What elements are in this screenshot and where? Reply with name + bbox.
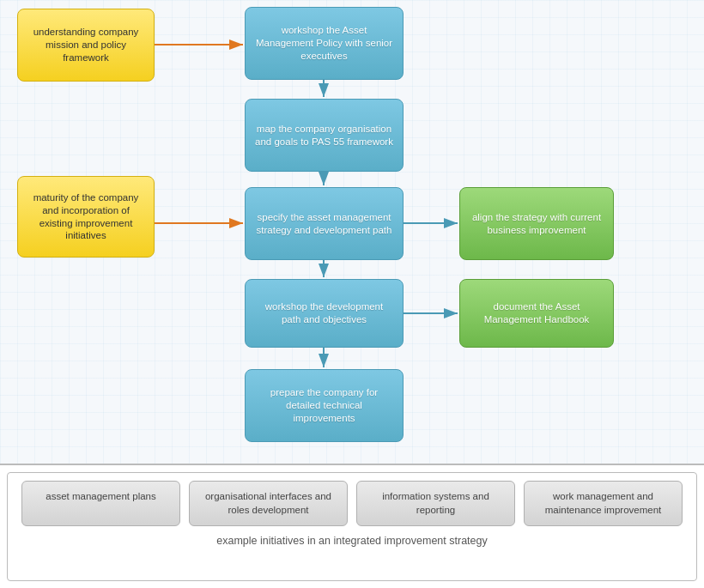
- box-workshop-dev: workshop the development path and object…: [245, 279, 404, 348]
- bottom-box-org: organisational interfaces and roles deve…: [189, 481, 348, 526]
- box-specify-strategy: specify the asset management strategy an…: [245, 187, 404, 260]
- box-workshop-policy: workshop the Asset Management Policy wit…: [245, 7, 404, 80]
- diagram-area: understanding company mission and policy…: [0, 0, 704, 464]
- box-align-strategy: align the strategy with current business…: [459, 187, 614, 260]
- box-prepare-company: prepare the company for detailed technic…: [245, 369, 404, 442]
- bottom-box-info: information systems and reporting: [356, 481, 515, 526]
- bottom-box-work: work management and maintenance improvem…: [524, 481, 683, 526]
- box-map-company: map the company organisation and goals t…: [245, 99, 404, 172]
- box-understanding: understanding company mission and policy…: [17, 9, 155, 82]
- bottom-box-plans: asset management plans: [21, 481, 180, 526]
- box-maturity: maturity of the company and incorporatio…: [17, 176, 155, 258]
- bottom-section: asset management plans organisational in…: [0, 464, 704, 588]
- box-document-handbook: document the Asset Management Handbook: [459, 279, 614, 348]
- bottom-label: example initiatives in an integrated imp…: [13, 535, 691, 547]
- bottom-boxes-row: asset management plans organisational in…: [13, 474, 691, 526]
